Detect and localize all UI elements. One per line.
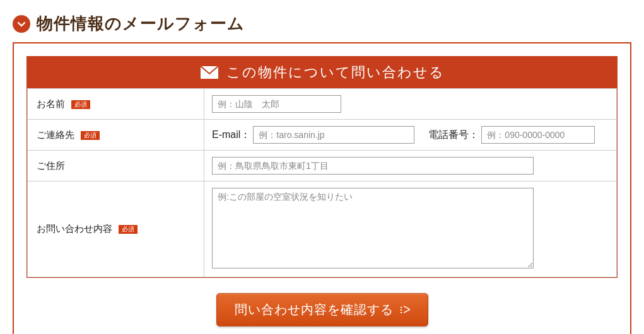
form-container: この物件について問い合わせる お名前 必須 ご連絡先 必須 E [13, 42, 631, 334]
body-textarea[interactable] [212, 188, 534, 268]
label-contact: ご連絡先 必須 [28, 120, 204, 151]
label-email: E-mail： [212, 129, 250, 142]
submit-button-label: 問い合わせ内容を確認する [235, 301, 394, 318]
label-contact-text: ご連絡先 [37, 129, 74, 140]
chevron-down-circle-icon [13, 15, 30, 33]
label-body-text: お問い合わせ内容 [37, 223, 112, 234]
label-address-text: ご住所 [37, 160, 65, 171]
label-address: ご住所 [28, 151, 204, 181]
form-header: この物件について問い合わせる [27, 57, 617, 88]
email-input[interactable] [253, 126, 414, 144]
form-table: お名前 必須 ご連絡先 必須 E-mail： 電話番号： [27, 88, 617, 277]
required-badge: 必須 [119, 225, 138, 234]
label-body: お問い合わせ内容 必須 [28, 181, 204, 277]
page-title: 物件情報のメールフォーム [37, 13, 245, 35]
label-name-text: お名前 [37, 98, 65, 109]
form-header-text: この物件について問い合わせる [226, 63, 445, 82]
label-name: お名前 必須 [28, 89, 204, 120]
name-input[interactable] [212, 95, 341, 113]
required-badge: 必須 [71, 100, 90, 109]
submit-button[interactable]: 問い合わせ内容を確認する ⫶ᐳ [216, 293, 428, 326]
address-input[interactable] [212, 157, 534, 175]
label-tel: 電話番号： [428, 129, 479, 142]
arrow-dots-icon: ⫶ᐳ [399, 304, 410, 316]
required-badge: 必須 [81, 131, 100, 140]
tel-input[interactable] [481, 126, 595, 144]
mail-icon [200, 66, 219, 79]
